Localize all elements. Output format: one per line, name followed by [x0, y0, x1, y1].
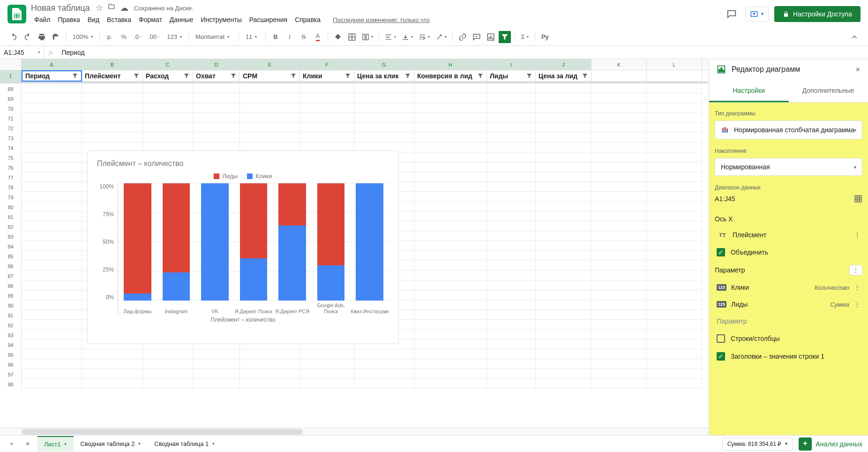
- cell[interactable]: [647, 241, 702, 251]
- cell[interactable]: [414, 280, 487, 290]
- cell[interactable]: [354, 103, 414, 113]
- cell[interactable]: [414, 162, 487, 172]
- row-header-94[interactable]: 94: [0, 339, 22, 349]
- cell[interactable]: [22, 221, 82, 231]
- cell[interactable]: [536, 113, 591, 123]
- cell[interactable]: [22, 231, 82, 241]
- cell[interactable]: [193, 93, 240, 103]
- filter-icon[interactable]: [404, 73, 411, 79]
- cell[interactable]: [536, 162, 591, 172]
- cell[interactable]: [647, 152, 702, 162]
- select-range-icon[interactable]: [854, 195, 862, 203]
- cell[interactable]: [487, 231, 536, 241]
- header-cell-D[interactable]: Охват: [193, 70, 240, 82]
- row-header-76[interactable]: 76: [0, 162, 22, 172]
- row-header-74[interactable]: 74: [0, 143, 22, 152]
- explore-label[interactable]: Анализ данных: [816, 440, 862, 448]
- cell[interactable]: [414, 113, 487, 123]
- formula-input[interactable]: Период: [58, 49, 868, 56]
- cell[interactable]: [82, 379, 143, 389]
- cell[interactable]: [22, 192, 82, 202]
- cell[interactable]: [143, 93, 193, 103]
- col-header-G[interactable]: G: [354, 59, 414, 70]
- cell[interactable]: [487, 133, 536, 143]
- cell[interactable]: [487, 162, 536, 172]
- headers-row1-checkbox[interactable]: ✓: [717, 352, 725, 361]
- cell[interactable]: [240, 83, 300, 93]
- cell[interactable]: [591, 143, 647, 152]
- cell[interactable]: [193, 369, 240, 379]
- menu-help[interactable]: Справка: [292, 14, 324, 25]
- cell[interactable]: [414, 310, 487, 320]
- collapse-toolbar-button[interactable]: [848, 31, 861, 43]
- col-header-F[interactable]: F: [300, 59, 354, 70]
- col-header-E[interactable]: E: [240, 59, 300, 70]
- cell[interactable]: [22, 310, 82, 320]
- cell[interactable]: [300, 133, 354, 143]
- col-header-H[interactable]: H: [414, 59, 487, 70]
- cell[interactable]: [143, 123, 193, 133]
- cell[interactable]: [22, 113, 82, 123]
- header-cell-J[interactable]: Цена за лид: [536, 70, 591, 82]
- cell[interactable]: [22, 369, 82, 379]
- row-header-73[interactable]: 73: [0, 133, 22, 143]
- header-cell-B[interactable]: Плейсмент: [82, 70, 143, 82]
- cell[interactable]: [300, 103, 354, 113]
- share-button[interactable]: Настройки Доступа: [774, 6, 861, 22]
- sheet-tab[interactable]: Лист1▼: [37, 436, 74, 452]
- cell[interactable]: [354, 369, 414, 379]
- cell[interactable]: [300, 83, 354, 93]
- row-header-83[interactable]: 83: [0, 231, 22, 241]
- cell[interactable]: [487, 241, 536, 251]
- cell[interactable]: [487, 251, 536, 261]
- cell[interactable]: [22, 330, 82, 339]
- cell[interactable]: [647, 123, 702, 133]
- header-cell-C[interactable]: Расход: [143, 70, 193, 82]
- cell[interactable]: [536, 261, 591, 271]
- cell[interactable]: [647, 211, 702, 221]
- cell[interactable]: [193, 379, 240, 389]
- cell[interactable]: [414, 339, 487, 349]
- row-header-81[interactable]: 81: [0, 211, 22, 221]
- insert-chart-button[interactable]: [485, 31, 497, 43]
- close-icon[interactable]: ✕: [855, 66, 861, 73]
- cell[interactable]: [487, 211, 536, 221]
- cell[interactable]: [143, 113, 193, 123]
- cell[interactable]: [591, 172, 647, 182]
- cell[interactable]: [591, 133, 647, 143]
- cell[interactable]: [647, 261, 702, 271]
- cell[interactable]: [414, 261, 487, 271]
- cell[interactable]: [414, 241, 487, 251]
- cell[interactable]: [536, 300, 591, 310]
- bold-button[interactable]: B: [269, 31, 282, 43]
- chart-object[interactable]: Плейсмент – количество Лиды Клики 100%75…: [87, 151, 399, 344]
- add-series-input[interactable]: Параметр: [715, 313, 862, 330]
- row-header-96[interactable]: 96: [0, 359, 22, 369]
- cell[interactable]: [300, 359, 354, 369]
- text-color-button[interactable]: A: [312, 31, 324, 43]
- cell[interactable]: [536, 133, 591, 143]
- cell[interactable]: [536, 93, 591, 103]
- font-select[interactable]: Montserrat: [193, 31, 235, 43]
- cell[interactable]: [487, 379, 536, 389]
- cell[interactable]: [536, 123, 591, 133]
- cell[interactable]: [647, 202, 702, 211]
- present-button[interactable]: ▼: [746, 7, 769, 22]
- borders-button[interactable]: [346, 31, 358, 43]
- cell[interactable]: [354, 359, 414, 369]
- comment-history-icon[interactable]: [723, 6, 740, 23]
- filter-icon[interactable]: [582, 73, 588, 79]
- rotate-button[interactable]: [434, 31, 449, 43]
- row-header-95[interactable]: 95: [0, 349, 22, 359]
- cell[interactable]: [82, 93, 143, 103]
- cell[interactable]: [591, 290, 647, 300]
- cell[interactable]: [536, 339, 591, 349]
- cell[interactable]: [536, 369, 591, 379]
- font-size-select[interactable]: 11: [243, 31, 262, 43]
- cell[interactable]: [536, 221, 591, 231]
- cell[interactable]: [354, 349, 414, 359]
- filter-icon[interactable]: [290, 73, 297, 79]
- sheet-tab[interactable]: Сводная таблица 2▼: [74, 436, 148, 452]
- cell[interactable]: [591, 113, 647, 123]
- cell[interactable]: [22, 290, 82, 300]
